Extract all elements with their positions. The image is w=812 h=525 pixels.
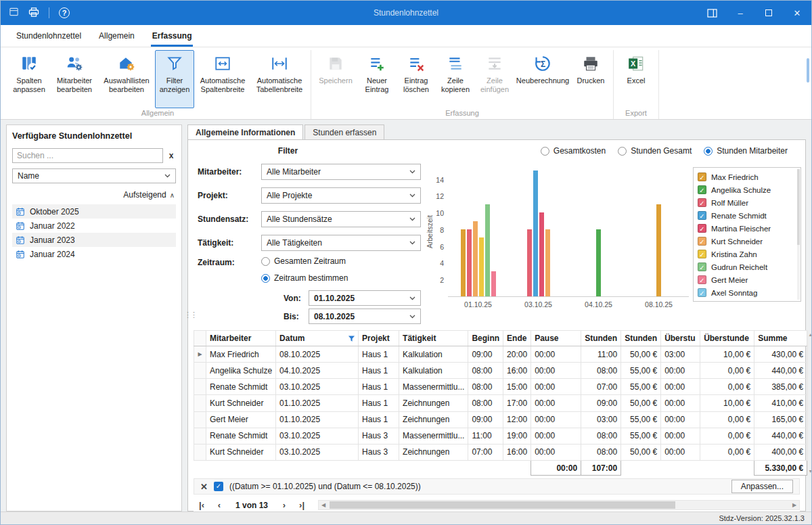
close-button[interactable]: ✕ [783,1,811,25]
column-header[interactable]: Ende [503,331,531,346]
cell[interactable]: 16:00 [503,363,531,379]
cell[interactable]: 410,00 € [754,395,807,411]
cell[interactable]: 08:00 [581,444,621,460]
cell[interactable]: 430,00 € [754,346,807,363]
bis-date-select[interactable]: 08.10.2025 [309,309,421,324]
legend-item[interactable]: ✓Max Friedrich [698,170,794,183]
search-input[interactable] [12,148,163,163]
cell[interactable]: 00:00 [531,428,581,444]
cell[interactable]: 20:00 [503,346,531,363]
legend-checkbox[interactable]: ✓ [698,173,706,181]
neuer-eintrag-button[interactable]: Neuer Eintrag [357,50,397,108]
cell[interactable]: 08:00 [468,363,503,379]
legend-checkbox[interactable]: ✓ [698,288,706,297]
column-header[interactable]: Mitarbeiter [206,331,276,346]
cell[interactable]: 165,00 € [754,411,807,428]
cell[interactable]: Zeichnungen [399,411,468,428]
cell[interactable]: 0,00 € [700,444,754,460]
cell[interactable]: 03:00 [661,346,700,363]
column-header[interactable]: Stunden [581,331,621,346]
cell[interactable]: Zeichnungen [399,444,468,460]
excel-export-button[interactable]: X Excel [616,50,656,108]
cell[interactable]: Haus 1 [359,346,399,363]
list-item[interactable]: Januar 2024 [12,247,176,261]
cell[interactable]: 50,00 € [621,444,661,460]
cell[interactable]: 55,00 € [621,428,661,444]
legend-item[interactable]: ✓Axel Sonntag [698,286,794,299]
column-header[interactable]: Pause [531,331,581,346]
column-header[interactable]: Summe [754,331,807,346]
cell[interactable]: 11:00 [468,428,503,444]
legend-checkbox[interactable]: ✓ [698,250,706,258]
cell[interactable]: Haus 1 [359,411,399,428]
help-icon[interactable]: ? [59,7,70,18]
column-header[interactable]: Beginn [468,331,503,346]
stunden-mitarbeiter-radio[interactable]: Stunden Mitarbeiter [704,146,788,156]
table-row[interactable]: ▶Max Friedrich08.10.2025Haus 1Kalkulatio… [194,346,807,363]
legend-checkbox[interactable]: ✓ [698,224,706,233]
legend-item[interactable]: ✓Angelika Schulze [698,183,794,196]
cell[interactable]: Renate Schmidt [206,379,276,395]
previous-record-button[interactable]: ‹ [211,499,227,512]
filter-enabled-checkbox[interactable]: ✓ [214,482,223,491]
horizontal-scrollbar[interactable]: ◀ ▶ [318,500,800,510]
table-row[interactable]: Kurt Schneider01.10.2025Haus 1Zeichnunge… [194,395,807,411]
tab-allgemeine-informationen[interactable]: Allgemeine Informationen [187,124,303,139]
cell[interactable]: 09:00 [468,346,503,363]
cell[interactable]: 440,00 € [754,428,807,444]
cell[interactable]: 17:00 [503,395,531,411]
printer-icon[interactable] [28,7,39,20]
table-row[interactable]: Renate Schmidt03.10.2025Haus 3Massenermi… [194,428,807,444]
cell[interactable]: Kalkulation [399,363,468,379]
column-header[interactable]: Projekt [359,331,399,346]
legend-checkbox[interactable]: ✓ [698,262,706,271]
cell[interactable]: 09:00 [581,395,621,411]
cell[interactable]: Kurt Schneider [206,395,276,411]
ribbon-scroll-indicator[interactable] [807,58,809,83]
cell[interactable]: Haus 3 [359,428,399,444]
cell[interactable]: 00:00 [531,395,581,411]
tab-stunden-erfassen[interactable]: Stunden erfassen [304,124,384,139]
mitarbeiter-bearbeiten-button[interactable]: Mitarbeiter bearbeiten [51,50,98,108]
cell[interactable]: 00:00 [531,363,581,379]
panel-layout-icon[interactable] [698,1,726,25]
cell[interactable]: Massenermittlu... [399,428,468,444]
remove-filter-icon[interactable]: ✕ [200,482,208,492]
legend-checkbox[interactable]: ✓ [698,185,706,194]
cell[interactable]: 03.10.2025 [276,379,359,395]
clear-search-button[interactable]: x [166,151,176,160]
cell[interactable]: Haus 1 [359,395,399,411]
cell[interactable]: 08:00 [581,428,621,444]
cell[interactable]: 00:00 [661,428,700,444]
column-header[interactable]: Tätigkeit [399,331,468,346]
cell[interactable]: 08:00 [468,379,503,395]
cell[interactable]: Kalkulation [399,346,468,363]
grid-vertical-scrollbar[interactable]: ▲ ▼ [807,330,809,476]
cell[interactable]: 440,00 € [754,363,807,379]
legend-item[interactable]: ✓Renate Schmidt [698,209,794,222]
zeile-einfuegen-button[interactable]: Zeile einfügen [475,50,514,108]
legend-checkbox[interactable]: ✓ [698,211,706,220]
stundensatz-select[interactable]: Alle Stundensätze [261,211,421,227]
minimize-button[interactable]: – [726,1,754,25]
cell[interactable]: Massenermittlu... [399,379,468,395]
cell[interactable]: 03:00 [581,411,621,428]
cell[interactable]: 55,00 € [621,411,661,428]
last-record-button[interactable]: ›| [294,499,310,512]
anpassen-button[interactable]: Anpassen... [731,480,793,493]
sort-field-select[interactable]: Name [12,168,176,183]
legend-item[interactable]: ✓Kurt Schneider [698,235,794,248]
table-row[interactable]: Angelika Schulze04.10.2025Haus 1Kalkulat… [194,363,807,379]
scroll-left-icon[interactable]: ◀ [319,501,328,509]
von-date-select[interactable]: 01.10.2025 [309,290,421,306]
auto-tabellenbreite-button[interactable]: Automatische Tabellenbreite [251,50,308,108]
cell[interactable]: 0,00 € [700,411,754,428]
cell[interactable]: Angelika Schulze [206,363,276,379]
cell[interactable]: 09:00 [468,411,503,428]
legend-item[interactable]: ✓Rolf Müller [698,196,794,209]
cell[interactable]: 50,00 € [621,395,661,411]
cell[interactable]: 07:00 [468,444,503,460]
legend-checkbox[interactable]: ✓ [698,237,706,246]
cell[interactable]: 03.10.2025 [276,444,359,460]
cell[interactable]: 00:00 [531,346,581,363]
